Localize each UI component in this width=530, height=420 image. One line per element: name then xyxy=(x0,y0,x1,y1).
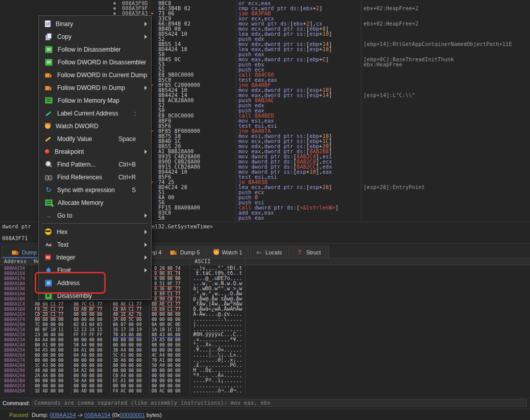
text-aa-icon xyxy=(45,241,52,248)
dump-hex-group: 02 03 04 05 xyxy=(74,322,102,327)
submenu-arrow-icon xyxy=(144,86,147,90)
menu-item-hex[interactable]: Hex xyxy=(39,225,151,238)
dump-address: 008AA174 xyxy=(4,276,25,281)
menu-item-modify-value[interactable]: Modify ValueSpace xyxy=(39,132,151,145)
dump-from-address-link[interactable]: 008AA154 xyxy=(50,412,76,418)
dump-truck-icon xyxy=(45,84,52,91)
menu-item-follow-in-memory-map[interactable]: Follow in Memory Map xyxy=(39,94,151,107)
tab-dump-5[interactable]: Dump 5 xyxy=(164,246,205,258)
tab-label: Dump 5 xyxy=(180,249,200,255)
command-input[interactable] xyxy=(32,399,527,407)
command-label: Command: xyxy=(3,400,30,406)
menu-item-find-references[interactable]: Find ReferencesCtrl+R xyxy=(39,171,151,183)
dump-row[interactable]: 008AA1F400 00 00 0000 00 00 003A 00 5C 0… xyxy=(0,317,530,322)
dump-info-arrow: -> xyxy=(78,412,83,418)
dump-address: 008AA204 xyxy=(4,322,25,327)
dump-hex-group: 00 00 00 00 xyxy=(74,383,102,388)
dump-row[interactable]: 008AA1E4C0 2D C1 7700 00 00 0040 1E A2 7… xyxy=(0,312,530,317)
menu-item-label: Follow in Memory Map xyxy=(58,97,147,104)
dump-hex-group: 84 A4 00 00 xyxy=(35,337,63,342)
menu-item-label: Find Pattern... xyxy=(57,161,118,168)
hex-face-icon xyxy=(45,228,52,235)
dump-hex-group: B0 A1 00 00 xyxy=(35,342,63,347)
breakpoint-dot-icon xyxy=(113,2,116,5)
dump-hex-group: 0E 0F 10 11 xyxy=(35,327,63,332)
watch-cat-icon xyxy=(213,249,219,255)
instruction-comment: [esp+28]:EntryPoint xyxy=(364,185,425,190)
memory-map-icon xyxy=(45,97,53,104)
dump-row[interactable]: 008AA23484 A4 00 0000 00 00 0000 00 00 0… xyxy=(0,337,530,342)
menu-item-follow-dword-in-dump[interactable]: Follow DWORD in Dump xyxy=(39,81,151,94)
submenu-arrow-icon xyxy=(144,268,147,272)
column-divider xyxy=(190,259,190,394)
dump-row[interactable]: 008AA26400 00 00 0004 A6 00 005C A1 00 0… xyxy=(0,353,530,358)
dump-header-ascii: ASCII xyxy=(195,259,211,265)
dump-hex-group: 00 00 00 00 xyxy=(113,337,141,342)
dump-row[interactable]: 008AA27400 00 00 0000 00 00 0030 A6 00 0… xyxy=(0,358,530,363)
dump-row[interactable]: 008AA2B400 00 00 0050 AA 00 00EC A1 00 0… xyxy=(0,378,530,383)
menu-item-label: Watch DWORD xyxy=(56,123,147,130)
tab-label: Watch 1 xyxy=(222,249,243,255)
dump-ascii: ........ô¬..Ø¬.. xyxy=(193,388,242,393)
dump-hex-group: 00 00 00 00 xyxy=(74,337,102,342)
dump-header-address: Address xyxy=(4,259,27,265)
dump-size-suffix: bytes) xyxy=(145,412,162,418)
dump-hex-group: 1E AD 00 00 xyxy=(35,388,63,393)
menu-item-shortcut: Space xyxy=(118,135,136,143)
submenu-arrow-icon xyxy=(144,35,147,39)
menu-item-copy[interactable]: Copy xyxy=(39,30,151,43)
dump-row[interactable]: 008AA244B0 A1 00 0058 A4 00 0000 00 00 0… xyxy=(0,342,530,347)
dump-address: 008AA2A4 xyxy=(4,373,25,378)
tab-struct[interactable]: Struct xyxy=(288,246,329,258)
dump-row[interactable]: 008AA25494 A5 00 0084 A1 00 0030 A4 00 0… xyxy=(0,347,530,353)
dump-address: 008AA244 xyxy=(4,342,25,347)
dump-hex-group: 30 A4 00 00 xyxy=(113,347,141,353)
dump-row[interactable]: 008AA29448 A0 00 00D4 A2 00 0000 00 00 0… xyxy=(0,368,530,373)
dump-row[interactable]: 008AA2C400 00 00 0000 00 00 0000 00 00 0… xyxy=(0,383,530,388)
dump-hex-group: 00 00 00 00 xyxy=(152,312,180,317)
dump-row[interactable]: 008AA2047C 00 00 0002 03 04 0506 07 08 0… xyxy=(0,322,530,327)
dump-row[interactable]: 008AA2841C A3 00 0000 00 00 0000 00 00 0… xyxy=(0,363,530,368)
menu-item-text[interactable]: Text xyxy=(39,238,151,251)
menu-item-label: Integer xyxy=(56,254,147,261)
dump-address: 008AA1D4 xyxy=(4,307,25,312)
dump-to-address-link[interactable]: 008AA154 xyxy=(84,412,110,418)
menu-item-integer[interactable]: Integer xyxy=(39,251,151,264)
menu-item-label: Text xyxy=(57,241,147,248)
annotation-highlight-rectangle xyxy=(35,272,106,294)
dump-hex-group: 00 00 00 00 xyxy=(152,368,180,373)
dump-row[interactable]: 008AA22423 30 48 80FF FF FF FF78 43 8A 0… xyxy=(0,332,530,337)
dump-hex-group: 00 00 00 00 xyxy=(152,317,180,322)
menu-item-go-to[interactable]: Go to xyxy=(39,209,151,222)
dump-row[interactable]: 008AA2D41E AD 00 0006 AD 00 00F4 AC 00 0… xyxy=(0,388,530,393)
menu-item-binary[interactable]: Binary xyxy=(39,17,151,30)
menu-item-shortcut: S xyxy=(132,186,136,194)
column-divider xyxy=(361,0,362,222)
dump-row[interactable]: 008AA1C4A0 66 C1 7700 7C C1 7700 8E C1 7… xyxy=(0,301,530,307)
dump-address: 008AA264 xyxy=(4,353,25,358)
goto-arrow-icon xyxy=(45,212,52,219)
instruction-comment: [esp+14]:L"C:\\" xyxy=(364,93,415,98)
menu-item-find-pattern[interactable]: Find Pattern...Ctrl+B xyxy=(39,158,151,171)
menu-item-follow-dword-in-disassembler[interactable]: Follow DWORD in Disassembler xyxy=(39,56,151,68)
dump-hex-group: 00 00 00 00 xyxy=(152,347,180,353)
menu-item-follow-dword-in-current-dump[interactable]: Follow DWORD in Current Dump xyxy=(39,68,151,81)
dump-row[interactable]: 008AA2140E 0F 10 1112 13 14 1516 17 18 1… xyxy=(0,327,530,332)
menu-item-breakpoint[interactable]: Breakpoint xyxy=(39,145,151,158)
menu-item-allocate-memory[interactable]: Allocate Memory xyxy=(39,196,151,209)
dump-row[interactable]: 008AA1D4F0 2E C1 77E0 AB BF 77C0 8A C1 7… xyxy=(0,307,530,312)
dump-hex-group: 00 00 00 00 xyxy=(35,358,63,363)
dump-hex-group: 7C 00 00 00 xyxy=(35,322,63,327)
menu-item-follow-in-disassembler[interactable]: Follow in Disassembler xyxy=(39,43,151,56)
menu-item-watch-dword[interactable]: Watch DWORD xyxy=(39,120,151,132)
label-marker-icon xyxy=(45,110,52,117)
menu-item-label-current-address[interactable]: Label Current Address: xyxy=(39,107,151,120)
dump-row[interactable]: 008AA2A42A AA 00 0000 A0 00 00C0 A4 00 0… xyxy=(0,373,530,378)
dump-address: 008AA1C4 xyxy=(4,301,25,307)
pencil-icon xyxy=(45,135,52,143)
cpu-chip-icon xyxy=(45,59,53,66)
tab-locals[interactable]: Locals xyxy=(250,246,287,258)
tab-watch-1[interactable]: Watch 1 xyxy=(206,246,249,258)
dump-size-link[interactable]: 00000001 xyxy=(120,412,145,418)
menu-item-sync-with-expression[interactable]: Sync with expressionS xyxy=(39,183,151,196)
